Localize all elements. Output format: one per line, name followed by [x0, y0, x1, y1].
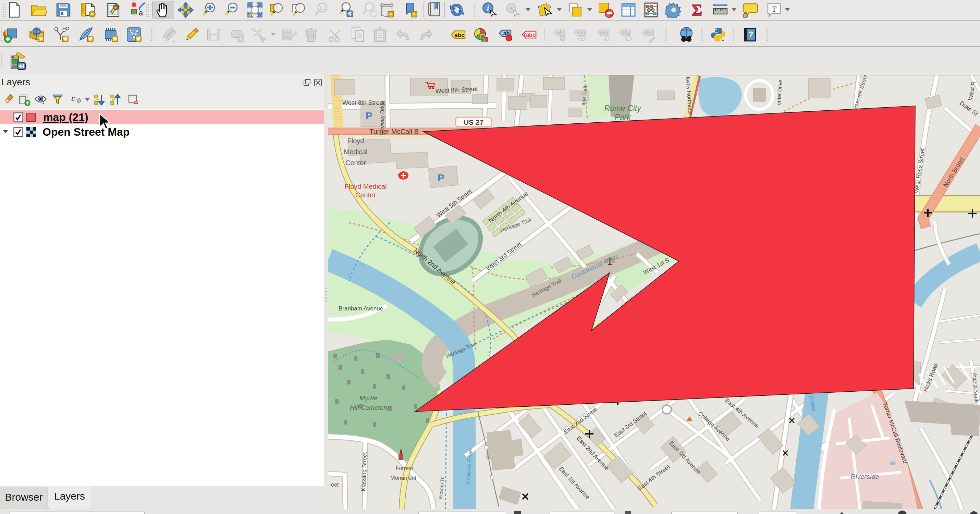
svg-text:Σ: Σ	[692, 2, 702, 18]
svg-text:P: P	[438, 172, 444, 183]
svg-text:Center: Center	[345, 159, 366, 167]
svg-text:Floyd Medical: Floyd Medical	[344, 183, 387, 190]
svg-text:i: i	[487, 4, 489, 12]
svg-text:West 8th Street: West 8th Street	[342, 99, 385, 106]
svg-text:eet: eet	[331, 482, 339, 488]
svg-text:abc: abc	[526, 32, 536, 38]
svg-text:1:1: 1:1	[319, 5, 326, 11]
svg-text:abc: abc	[600, 30, 608, 35]
svg-text:?: ?	[748, 30, 754, 39]
svg-text:Monument: Monument	[390, 475, 416, 481]
svg-text:ε: ε	[71, 94, 75, 103]
svg-text:US 27: US 27	[464, 118, 484, 126]
svg-text:Medical: Medical	[344, 148, 368, 156]
svg-text:abc: abc	[577, 30, 585, 35]
svg-text:Turner McCall B: Turner McCall B	[369, 128, 419, 135]
svg-text:ab: ab	[557, 30, 563, 35]
svg-text:P: P	[366, 110, 372, 121]
svg-text:Branham Avenue: Branham Avenue	[339, 305, 383, 312]
svg-text:Floyd: Floyd	[347, 137, 364, 145]
svg-text:Hill Cemetery: Hill Cemetery	[350, 404, 390, 411]
svg-text:abc: abc	[644, 30, 653, 35]
svg-text:T: T	[772, 5, 777, 13]
svg-text:abc: abc	[454, 32, 464, 38]
svg-text:Park: Park	[614, 113, 631, 122]
svg-text:Rome City: Rome City	[604, 104, 641, 113]
svg-text:Center: Center	[355, 191, 376, 199]
svg-text:Klassing Street: Klassing Street	[360, 452, 368, 492]
svg-text:Forrest: Forrest	[396, 465, 413, 471]
svg-text:Riverside: Riverside	[851, 473, 879, 481]
svg-text:Myrtle: Myrtle	[360, 395, 377, 402]
